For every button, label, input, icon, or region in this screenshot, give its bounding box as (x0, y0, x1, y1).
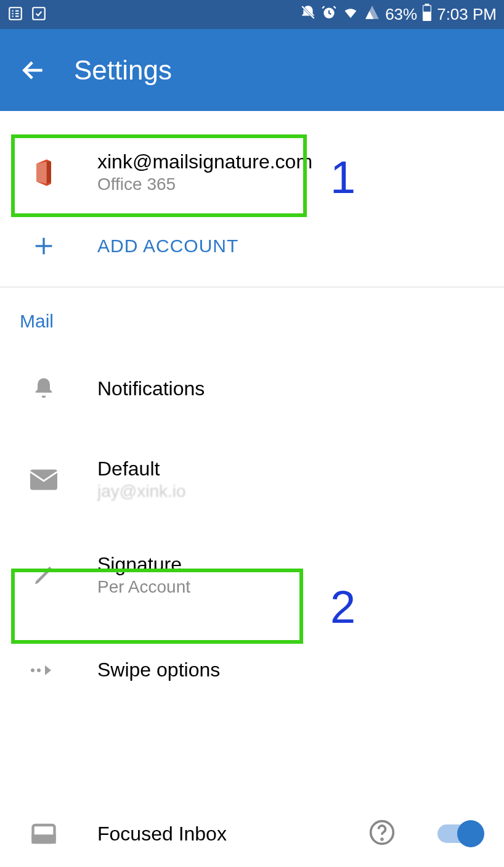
alarm-icon (321, 4, 337, 25)
add-account-button[interactable]: ADD ACCOUNT (0, 212, 504, 281)
notifications-row[interactable]: Notifications (0, 344, 504, 433)
app-bar: Settings (0, 29, 504, 111)
account-item[interactable]: xink@mailsignature.com Office 365 (0, 133, 504, 212)
signal-icon (364, 4, 380, 25)
signature-subtitle: Per Account (97, 577, 482, 597)
mute-icon (300, 4, 316, 25)
annotation-number-2: 2 (330, 581, 356, 633)
pencil-icon (22, 564, 65, 587)
notifications-title: Notifications (97, 377, 482, 400)
office365-icon (22, 158, 65, 187)
status-right: 63% 7:03 PM (300, 4, 497, 25)
help-icon[interactable] (368, 819, 396, 849)
signature-row[interactable]: Signature Per Account (0, 526, 504, 624)
default-subtitle: jay@xink.io (97, 482, 482, 501)
svg-rect-17 (30, 469, 57, 490)
toggle-knob (457, 820, 484, 847)
mail-icon (22, 469, 65, 490)
bell-icon (22, 376, 65, 401)
focused-title: Focused Inbox (97, 823, 368, 845)
battery-icon (422, 4, 432, 25)
svg-point-23 (381, 839, 383, 840)
svg-rect-13 (423, 6, 431, 12)
annotation-number-1: 1 (330, 151, 356, 203)
svg-point-19 (37, 668, 41, 672)
plus-icon (22, 234, 65, 258)
status-left (7, 6, 47, 24)
status-bar: 63% 7:03 PM (0, 0, 504, 29)
swipe-options-row[interactable]: Swipe options (0, 624, 504, 716)
checkbox-icon (31, 6, 47, 24)
swipe-title: Swipe options (97, 659, 482, 681)
section-mail-header: Mail (0, 287, 504, 344)
swipe-icon (22, 663, 65, 678)
svg-point-18 (31, 668, 35, 672)
account-email: xink@mailsignature.com (97, 150, 312, 173)
svg-rect-7 (33, 7, 45, 20)
page-title: Settings (74, 55, 172, 86)
signature-title: Signature (97, 553, 482, 576)
time: 7:03 PM (437, 5, 497, 24)
svg-rect-12 (425, 4, 429, 6)
svg-rect-21 (33, 836, 55, 843)
wifi-icon (342, 4, 359, 25)
list-icon (7, 6, 23, 24)
default-title: Default (97, 458, 482, 480)
back-button[interactable] (20, 57, 47, 84)
focused-inbox-row[interactable]: Focused Inbox (0, 800, 504, 867)
default-row[interactable]: Default jay@xink.io (0, 433, 504, 526)
focused-inbox-toggle[interactable] (437, 824, 482, 843)
battery-percent: 63% (385, 5, 417, 24)
add-account-label: ADD ACCOUNT (97, 236, 238, 257)
inbox-icon (22, 821, 65, 847)
account-type: Office 365 (97, 175, 312, 194)
